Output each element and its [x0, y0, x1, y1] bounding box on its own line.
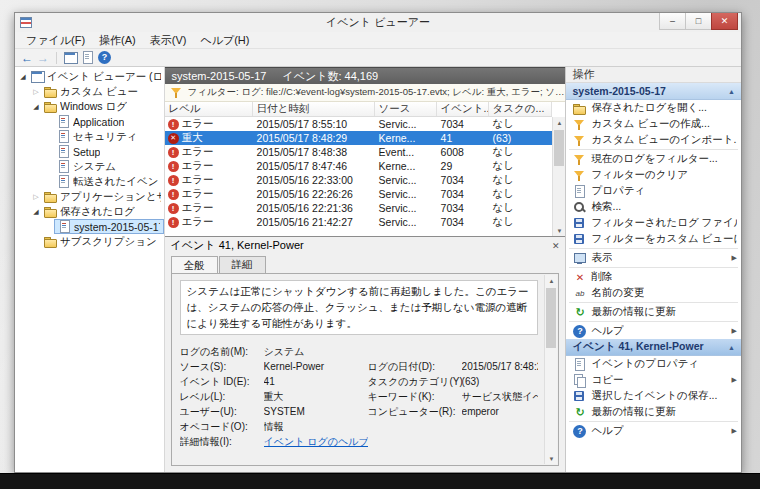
action-section-header[interactable]: イベント 41, Kernel-Power▲: [566, 339, 741, 356]
scroll-up-icon[interactable]: ▲: [557, 117, 563, 128]
tree-item[interactable]: ▷カスタム ビュー: [15, 84, 164, 99]
tree-item[interactable]: ▷アプリケーションとサービス ログ: [15, 189, 164, 204]
tree-item-box[interactable]: イベント ビューアー (ローカル): [28, 69, 164, 84]
action-section-header[interactable]: system-2015-05-17▲: [566, 83, 741, 100]
action-item[interactable]: ?ヘルプ▶: [566, 423, 741, 439]
detail-scrollbar[interactable]: ▲ ▼: [544, 275, 557, 464]
tree-item-box[interactable]: セキュリティ: [54, 129, 140, 144]
tree-item[interactable]: サブスクリプション: [15, 234, 164, 249]
field-label: ユーザー(U):: [180, 405, 264, 419]
action-item[interactable]: プロパティ: [566, 183, 741, 199]
expander-expanded-icon[interactable]: ◢: [31, 208, 41, 216]
detail-scroll-up-icon[interactable]: ▲: [549, 275, 555, 286]
tree-item[interactable]: system-2015-05-17: [15, 219, 164, 234]
collapse-chevron-icon[interactable]: ▲: [728, 344, 735, 351]
event-row[interactable]: !エラー2015/05/16 22:33:00Servic...7034なし: [165, 173, 553, 187]
field-label: 詳細情報(I):: [180, 435, 264, 449]
expander-collapsed-icon[interactable]: ▷: [31, 193, 41, 201]
action-item[interactable]: ✕削除: [566, 269, 741, 285]
titlebar[interactable]: イベント ビューアー – □ ✕: [15, 13, 741, 32]
tree-item[interactable]: Application: [15, 114, 164, 129]
event-row[interactable]: !エラー2015/05/16 22:26:26Servic...7034なし: [165, 187, 553, 201]
action-item[interactable]: ↻最新の情報に更新: [566, 404, 741, 420]
tree-item[interactable]: ◢Windows ログ: [15, 99, 164, 114]
field-value: システム: [264, 345, 368, 359]
tree-item-box[interactable]: システム: [54, 159, 119, 174]
event-row[interactable]: !エラー2015/05/17 8:48:38Event...6008なし: [165, 145, 553, 159]
action-item[interactable]: 保存されたログを開く...: [566, 100, 741, 116]
expander-expanded-icon[interactable]: ◢: [18, 73, 28, 81]
save-icon: [573, 217, 586, 230]
tree-item[interactable]: セキュリティ: [15, 129, 164, 144]
action-item[interactable]: 表示▶: [566, 250, 741, 266]
column-header-datetime[interactable]: 日付と時刻: [253, 102, 375, 116]
event-table-scrollbar[interactable]: ▲ ▼: [552, 117, 565, 236]
expander-collapsed-icon[interactable]: ▷: [31, 88, 41, 96]
scroll-thumb[interactable]: [554, 130, 564, 166]
tree-item[interactable]: システム: [15, 159, 164, 174]
tree-item-box[interactable]: Application: [54, 114, 127, 129]
event-row[interactable]: !エラー2015/05/17 8:47:46Kerne...29なし: [165, 159, 553, 173]
scroll-down-icon[interactable]: ▼: [557, 225, 563, 236]
menu-view[interactable]: 表示(V): [143, 33, 194, 48]
event-row[interactable]: ✕重大2015/05/17 8:48:29Kerne...41(63): [165, 131, 553, 145]
error-level-icon: !: [168, 119, 179, 130]
tree-item[interactable]: ◢保存されたログ: [15, 204, 164, 219]
collapse-chevron-icon[interactable]: ▲: [728, 88, 735, 95]
tree-item-box[interactable]: Windows ログ: [41, 99, 130, 114]
event-row[interactable]: !エラー2015/05/16 21:42:27Servic...7034なし: [165, 215, 553, 229]
maximize-button[interactable]: □: [685, 13, 712, 30]
field-value: 41: [264, 376, 368, 387]
tree-item-box[interactable]: system-2015-05-17: [54, 219, 164, 234]
detail-scroll-thumb[interactable]: [546, 288, 556, 348]
close-button[interactable]: ✕: [711, 13, 738, 30]
column-header-source[interactable]: ソース: [375, 102, 437, 116]
column-header-level[interactable]: レベル: [165, 102, 253, 116]
column-header-eventid[interactable]: イベント...: [437, 102, 489, 116]
event-row[interactable]: !エラー2015/05/16 22:21:36Servic...7034なし: [165, 201, 553, 215]
tree-item-box[interactable]: カスタム ビュー: [41, 84, 141, 99]
expander-expanded-icon[interactable]: ◢: [31, 103, 41, 111]
show-console-tree-icon[interactable]: [64, 51, 77, 64]
tree-item-box[interactable]: アプリケーションとサービス ログ: [41, 189, 164, 204]
detail-close-icon[interactable]: ✕: [552, 241, 560, 251]
properties-toolbar-icon[interactable]: [81, 51, 94, 64]
action-item[interactable]: 現在のログをフィルター...: [566, 151, 741, 167]
action-item[interactable]: コピー▶: [566, 372, 741, 388]
action-item[interactable]: カスタム ビューの作成...: [566, 116, 741, 132]
menu-action[interactable]: 操作(A): [92, 33, 143, 48]
tree-item[interactable]: Setup: [15, 144, 164, 159]
tree-item[interactable]: 転送されたイベント: [15, 174, 164, 189]
help-toolbar-icon[interactable]: ?: [98, 51, 111, 64]
action-item[interactable]: フィルターされたログ ファイルの名前を付...: [566, 215, 741, 231]
event-task-cell: なし: [489, 215, 553, 229]
action-item[interactable]: 検索...: [566, 199, 741, 215]
back-arrow-icon[interactable]: ←: [21, 50, 33, 66]
tree-item[interactable]: ◢イベント ビューアー (ローカル): [15, 69, 164, 84]
action-item[interactable]: ↻最新の情報に更新: [566, 304, 741, 320]
tree-item-box[interactable]: 保存されたログ: [41, 204, 138, 219]
tab-general[interactable]: 全般: [171, 256, 218, 274]
action-item[interactable]: ab名前の変更: [566, 285, 741, 301]
tab-details[interactable]: 詳細: [219, 256, 266, 273]
event-log-help-link[interactable]: イベント ログのヘルプ: [264, 435, 368, 449]
menu-file[interactable]: ファイル(F): [19, 33, 92, 48]
action-item[interactable]: フィルターのクリア: [566, 167, 741, 183]
column-header-taskcategory[interactable]: タスクの...: [489, 102, 553, 116]
action-item[interactable]: 選択したイベントの保存...: [566, 388, 741, 404]
tree-item-box[interactable]: 転送されたイベント: [54, 174, 164, 189]
action-item-label: 最新の情報に更新: [591, 305, 676, 319]
action-item[interactable]: ?ヘルプ▶: [566, 323, 741, 339]
action-item[interactable]: カスタム ビューのインポート...: [566, 132, 741, 148]
action-item[interactable]: イベントのプロパティ: [566, 356, 741, 372]
tree-item-box[interactable]: Setup: [54, 144, 103, 159]
separator: [569, 302, 738, 303]
action-item[interactable]: フィルターをカスタム ビューに保存...: [566, 231, 741, 247]
tree-item-box[interactable]: サブスクリプション: [41, 234, 160, 249]
menu-help[interactable]: ヘルプ(H): [193, 33, 256, 48]
detail-scroll-down-icon[interactable]: ▼: [549, 453, 555, 464]
event-row[interactable]: !エラー2015/05/17 8:55:10Servic...7034なし: [165, 117, 553, 131]
taskbar[interactable]: [0, 473, 760, 489]
forward-arrow-icon[interactable]: →: [37, 50, 49, 66]
minimize-button[interactable]: –: [659, 13, 686, 30]
